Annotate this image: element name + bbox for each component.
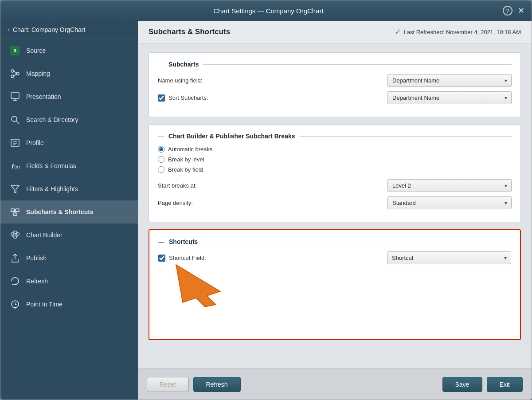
shortcuts-title-row: — Shortcuts <box>158 238 511 245</box>
radio-auto: Automatic breaks <box>158 146 512 153</box>
exit-button[interactable]: Exit <box>487 377 523 392</box>
sidebar-item-label: Chart Builder <box>26 231 63 239</box>
svg-rect-23 <box>11 233 14 235</box>
sidebar-item-presentation[interactable]: Presentation <box>0 85 138 108</box>
sidebar-item-fields[interactable]: f (x) Fields & Formulas <box>0 154 138 177</box>
sidebar-item-builder[interactable]: Chart Builder <box>0 224 138 247</box>
sidebar-item-label: Subcharts & Shortcuts <box>26 208 94 216</box>
section-divider2 <box>300 136 512 137</box>
publish-icon <box>9 252 21 264</box>
sidebar-item-pointintime[interactable]: Point In Time <box>0 293 138 316</box>
sort-select-wrapper: Department Name Employee Name Location D… <box>387 91 512 104</box>
shortcut-field-row: Shortcut Field: Shortcut Department Name… <box>158 251 511 264</box>
source-icon: X <box>9 45 21 56</box>
level-breaks-label: Break by level <box>168 156 204 163</box>
page-density-select-wrapper: Standard Compact Comfortable <box>387 196 512 209</box>
builder-icon <box>9 229 21 241</box>
refresh-button[interactable]: Refresh <box>193 377 241 392</box>
svg-rect-5 <box>11 93 19 98</box>
sidebar-item-label: Source <box>26 47 46 54</box>
footer: Reset Refresh Save Exit <box>138 369 532 400</box>
name-using-field-select[interactable]: Department Name Employee Name Location D… <box>387 74 512 87</box>
sidebar-item-label: Profile <box>26 139 44 146</box>
sidebar-expand-icon: › <box>8 27 9 33</box>
svg-line-3 <box>14 71 16 74</box>
sidebar-item-label: Presentation <box>26 93 61 100</box>
close-button[interactable]: ✕ <box>518 7 524 15</box>
section-dash: — <box>158 61 164 68</box>
svg-marker-16 <box>11 185 19 193</box>
last-refreshed-text: Last Refreshed: November 4, 2021, 10:18 … <box>404 29 521 35</box>
name-using-field-label: Name using field: <box>158 77 202 84</box>
page-density-label: Page density: <box>158 200 193 206</box>
header-status: ✓ Last Refreshed: November 4, 2021, 10:1… <box>395 27 521 37</box>
section-title-row: — Subcharts <box>158 61 512 68</box>
sidebar-item-source[interactable]: X Source <box>0 39 138 62</box>
sidebar-item-profile[interactable]: Profile <box>0 131 138 154</box>
sidebar-item-label: Filters & Highlights <box>26 185 78 192</box>
sidebar-item-refresh[interactable]: Refresh <box>0 270 138 293</box>
start-breaks-select[interactable]: Level 1 Level 2 Level 3 Level 4 <box>387 179 512 192</box>
section-title: Subcharts & Shortcuts <box>149 27 230 36</box>
sort-checkbox-row: Sort Subcharts: <box>158 94 208 102</box>
auto-breaks-radio[interactable] <box>158 146 164 153</box>
sidebar: › Chart: Company OrgChart X Source <box>0 21 138 400</box>
sidebar-item-label: Search & Directory <box>26 116 78 123</box>
sidebar-item-label: Point In Time <box>26 301 63 308</box>
mapping-icon <box>9 68 21 79</box>
svg-line-4 <box>14 74 16 76</box>
footer-right-buttons: Save Exit <box>442 377 523 392</box>
shortcut-select-wrapper: Shortcut Department Name Employee ID Loc… <box>387 251 511 264</box>
subcharts-section-title: Subcharts <box>168 61 199 68</box>
svg-point-0 <box>11 70 14 72</box>
field-breaks-radio[interactable] <box>158 166 164 173</box>
sort-subcharts-select[interactable]: Department Name Employee Name Location D… <box>387 91 512 104</box>
sidebar-item-mapping[interactable]: Mapping <box>0 62 138 85</box>
breaks-title-row: — Chart Builder & Publisher Subchart Bre… <box>158 133 512 140</box>
save-button[interactable]: Save <box>442 377 482 392</box>
sort-subcharts-checkbox[interactable] <box>158 94 165 102</box>
refresh-icon <box>9 275 21 287</box>
section-divider <box>203 64 512 65</box>
shortcut-field-checkbox[interactable] <box>158 255 165 262</box>
svg-rect-25 <box>16 233 19 235</box>
sidebar-item-filters[interactable]: Filters & Highlights <box>0 177 138 200</box>
presentation-icon <box>9 91 21 102</box>
main-header: Subcharts & Shortcuts ✓ Last Refreshed: … <box>138 21 532 43</box>
svg-rect-24 <box>14 231 16 233</box>
sidebar-header[interactable]: › Chart: Company OrgChart <box>0 21 138 39</box>
shortcut-field-select[interactable]: Shortcut Department Name Employee ID Loc… <box>387 251 511 264</box>
page-density-select[interactable]: Standard Compact Comfortable <box>387 196 512 209</box>
title-bar: Chart Settings — Company OrgChart ? ✕ <box>0 0 532 21</box>
shortcuts-section: — Shortcuts Shortcut Field: <box>149 229 521 340</box>
shortcuts-section-title: Shortcuts <box>169 238 198 245</box>
sidebar-item-label: Mapping <box>26 70 50 77</box>
level-breaks-radio[interactable] <box>158 156 164 163</box>
fields-icon: f (x) <box>9 160 21 172</box>
start-breaks-label: Start breaks at: <box>158 182 197 189</box>
title-bar-controls: ? ✕ <box>503 6 524 16</box>
field-breaks-label: Break by field <box>168 166 203 173</box>
footer-left-buttons: Reset Refresh <box>147 377 241 392</box>
sidebar-chart-name: Chart: Company OrgChart <box>13 26 85 33</box>
app-window: Chart Settings — Company OrgChart ? ✕ › … <box>0 0 532 400</box>
svg-text:(x): (x) <box>14 164 20 169</box>
shortcut-checkbox-row: Shortcut Field: <box>158 255 206 262</box>
help-button[interactable]: ? <box>503 6 512 16</box>
radio-field: Break by field <box>158 166 512 173</box>
svg-point-2 <box>11 75 14 78</box>
subcharts-icon <box>9 206 21 218</box>
sort-field-row: Sort Subcharts: Department Name Employee… <box>158 91 512 104</box>
sidebar-item-label: Refresh <box>26 278 48 285</box>
svg-line-38 <box>183 269 225 305</box>
app-body: › Chart: Company OrgChart X Source <box>0 21 532 400</box>
start-breaks-select-wrapper: Level 1 Level 2 Level 3 Level 4 <box>387 179 512 192</box>
sidebar-item-publish[interactable]: Publish <box>0 247 138 270</box>
svg-line-9 <box>16 121 20 124</box>
time-icon <box>9 298 21 310</box>
sidebar-item-subcharts[interactable]: Subcharts & Shortcuts <box>0 200 138 224</box>
svg-marker-39 <box>176 265 220 307</box>
sidebar-item-search[interactable]: Search & Directory <box>0 108 138 131</box>
reset-button[interactable]: Reset <box>147 377 189 392</box>
section-divider3 <box>202 242 511 242</box>
